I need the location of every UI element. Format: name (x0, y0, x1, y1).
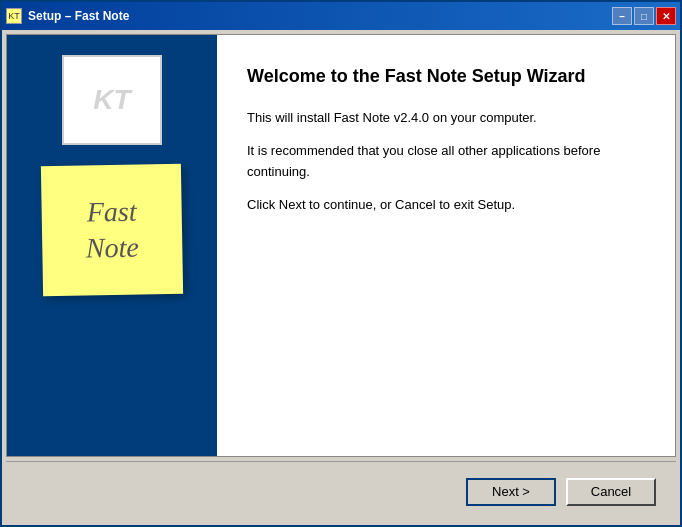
title-bar: KT Setup – Fast Note – □ ✕ (2, 2, 680, 30)
wizard-paragraph-3: Click Next to continue, or Cancel to exi… (247, 195, 645, 216)
footer-area: Next > Cancel (6, 461, 676, 521)
sticky-note-text: Fast Note (85, 193, 139, 267)
window-title: Setup – Fast Note (28, 9, 129, 23)
wizard-paragraph-1: This will install Fast Note v2.4.0 on yo… (247, 108, 645, 129)
wizard-title: Welcome to the Fast Note Setup Wizard (247, 65, 645, 88)
cancel-button[interactable]: Cancel (566, 478, 656, 506)
minimize-button[interactable]: – (612, 7, 632, 25)
title-bar-buttons: – □ ✕ (612, 7, 676, 25)
next-button[interactable]: Next > (466, 478, 556, 506)
close-button[interactable]: ✕ (656, 7, 676, 25)
title-bar-left: KT Setup – Fast Note (6, 8, 129, 24)
logo-text: KT (93, 84, 130, 116)
content-area: KT Fast Note Welcome to the Fast Note Se… (6, 34, 676, 457)
setup-window: KT Setup – Fast Note – □ ✕ KT Fast (0, 0, 682, 527)
maximize-button[interactable]: □ (634, 7, 654, 25)
logo-box: KT (62, 55, 162, 145)
right-panel: Welcome to the Fast Note Setup Wizard Th… (217, 35, 675, 456)
window-icon-text: KT (8, 11, 20, 21)
left-panel: KT Fast Note (7, 35, 217, 456)
window-icon: KT (6, 8, 22, 24)
sticky-note: Fast Note (41, 164, 183, 296)
wizard-paragraph-2: It is recommended that you close all oth… (247, 141, 645, 183)
wizard-body: This will install Fast Note v2.4.0 on yo… (247, 108, 645, 436)
